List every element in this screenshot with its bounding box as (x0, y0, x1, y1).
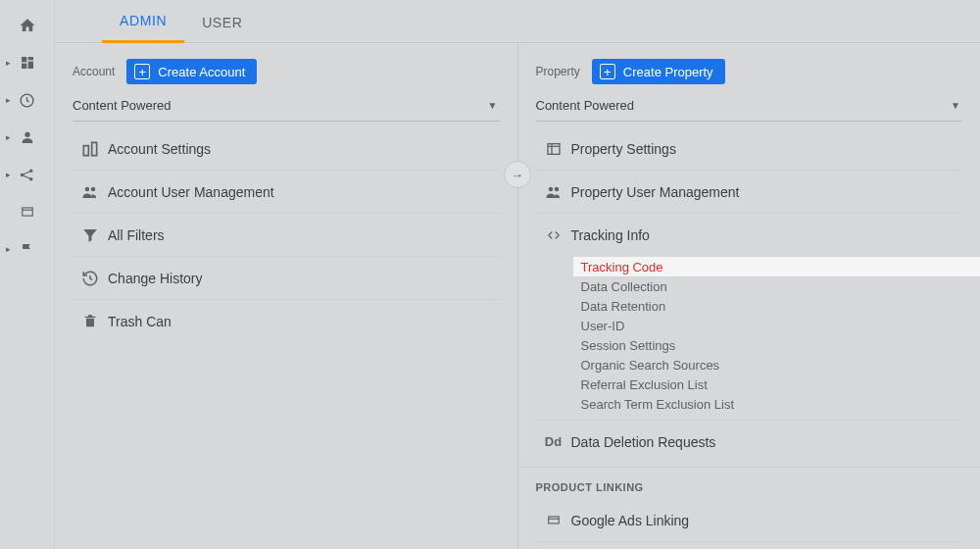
tab-admin[interactable]: ADMIN (102, 13, 184, 43)
item-label: Account Settings (108, 141, 211, 157)
svg-point-5 (24, 132, 29, 137)
svg-rect-15 (548, 516, 559, 523)
item-label: All Filters (108, 227, 165, 243)
rail-conversions[interactable] (0, 233, 54, 265)
data-retention-subitem[interactable]: Data Retention (573, 296, 963, 316)
tracking-sublist: Tracking Code Data Collection Data Reten… (536, 257, 963, 414)
property-selected-value: Content Powered (536, 98, 634, 113)
organic-sources-subitem[interactable]: Organic Search Sources (573, 355, 963, 374)
rail-acquisition[interactable] (0, 159, 54, 190)
item-label: Google Ads Linking (571, 513, 690, 528)
plus-icon: + (600, 64, 615, 79)
create-property-button[interactable]: + Create Property (592, 59, 725, 84)
tracking-code-subitem[interactable]: Tracking Code (573, 257, 981, 276)
item-label: Tracking Info (571, 227, 650, 243)
clock-icon (19, 91, 36, 109)
item-label: Change History (108, 271, 203, 286)
searchterm-exclusion-subitem[interactable]: Search Term Exclusion List (573, 394, 963, 414)
session-settings-subitem[interactable]: Session Settings (573, 335, 963, 355)
user-id-subitem[interactable]: User-ID (573, 316, 963, 335)
account-settings-item[interactable]: Account Settings (73, 127, 500, 171)
account-selected-value: Content Powered (73, 98, 171, 113)
adsense-linking-item[interactable]: AdSense Linking (536, 542, 963, 549)
caret-down-icon: ▼ (488, 100, 498, 111)
tab-user[interactable]: USER (184, 15, 260, 42)
svg-rect-9 (22, 208, 32, 216)
item-label: Data Deletion Requests (571, 434, 716, 450)
history-icon (73, 270, 108, 287)
left-nav-rail (0, 0, 55, 549)
people-icon (536, 183, 571, 201)
create-account-button[interactable]: + Create Account (126, 59, 257, 84)
property-users-item[interactable]: Property User Management (536, 171, 963, 214)
arrow-right-icon: → (511, 168, 523, 182)
dd-icon: Dd (536, 434, 571, 449)
item-label: Trash Can (108, 314, 172, 329)
code-icon (536, 228, 571, 242)
filter-icon (73, 226, 108, 244)
item-label: Account User Management (108, 184, 274, 200)
all-filters-item[interactable]: All Filters (73, 214, 500, 257)
top-tabs: ADMIN USER (55, 0, 980, 43)
svg-point-13 (548, 186, 553, 191)
data-collection-subitem[interactable]: Data Collection (573, 276, 963, 296)
page-icon (19, 203, 36, 221)
svg-rect-12 (548, 143, 560, 154)
rail-behavior[interactable] (0, 196, 54, 227)
rail-audience[interactable] (0, 122, 54, 153)
home-icon (19, 17, 36, 34)
rail-realtime[interactable] (0, 84, 54, 116)
person-icon (19, 128, 36, 146)
account-selector[interactable]: Content Powered ▼ (73, 92, 500, 122)
rail-customization[interactable] (0, 47, 54, 78)
property-settings-item[interactable]: Property Settings (536, 127, 963, 171)
property-selector[interactable]: Content Powered ▼ (536, 92, 963, 122)
svg-rect-3 (22, 64, 26, 69)
product-linking-title: PRODUCT LINKING (518, 467, 981, 499)
change-history-item[interactable]: Change History (73, 257, 500, 300)
column-collapse-knob[interactable]: → (504, 161, 531, 188)
tracking-info-item[interactable]: Tracking Info (536, 214, 963, 257)
window-icon (536, 141, 571, 157)
account-label: Account (73, 65, 115, 78)
create-property-label: Create Property (623, 65, 713, 79)
ads-icon (536, 514, 571, 527)
plus-icon: + (134, 64, 150, 79)
property-column: Property + Create Property Content Power… (518, 43, 981, 549)
people-icon (73, 183, 108, 201)
building-icon (73, 139, 108, 159)
data-deletion-item[interactable]: Dd Data Deletion Requests (536, 420, 963, 463)
svg-rect-2 (27, 62, 32, 69)
item-label: Property User Management (571, 184, 740, 200)
caret-down-icon: ▼ (951, 100, 960, 111)
flag-icon (19, 240, 36, 258)
account-column: Account + Create Account Content Powered… (55, 43, 517, 549)
referral-exclusion-subitem[interactable]: Referral Exclusion List (573, 374, 963, 394)
svg-rect-1 (27, 57, 32, 60)
share-icon (19, 166, 36, 183)
svg-point-11 (91, 186, 96, 191)
svg-point-14 (554, 186, 559, 191)
create-account-label: Create Account (158, 65, 245, 79)
trash-icon (73, 313, 108, 330)
property-label: Property (536, 65, 580, 78)
trash-can-item[interactable]: Trash Can (73, 300, 500, 343)
svg-rect-0 (22, 57, 26, 62)
google-ads-linking-item[interactable]: Google Ads Linking (536, 499, 963, 542)
svg-point-10 (85, 186, 90, 191)
column-divider: → (517, 43, 518, 549)
account-users-item[interactable]: Account User Management (73, 171, 500, 214)
item-label: Property Settings (571, 141, 676, 157)
dashboard-icon (19, 54, 36, 72)
rail-home[interactable] (0, 10, 54, 41)
